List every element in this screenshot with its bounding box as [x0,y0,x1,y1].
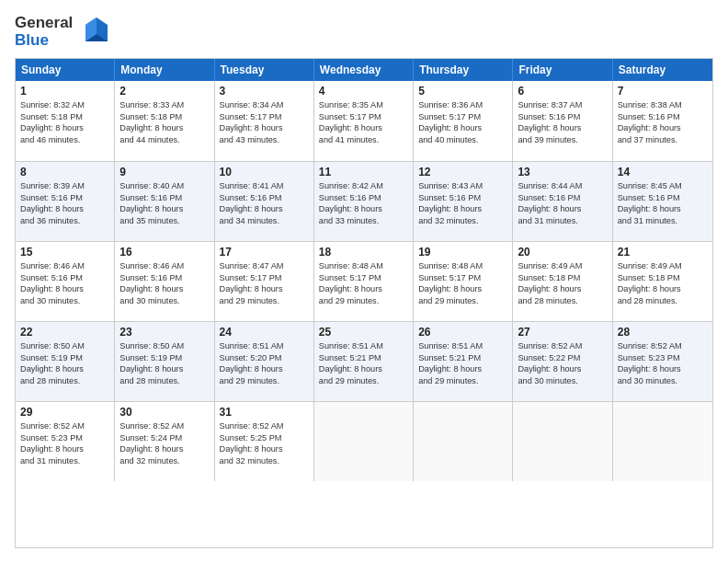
day-number: 25 [319,326,408,339]
day-number: 19 [418,246,507,259]
day-number: 24 [220,326,309,339]
sunset: Sunset: 5:18 PM [518,272,607,283]
calendar-week-3: 15Sunrise: 8:46 AMSunset: 5:16 PMDayligh… [16,241,712,321]
calendar-day-26: 26Sunrise: 8:51 AMSunset: 5:21 PMDayligh… [414,322,513,401]
logo-icon [78,16,108,45]
calendar-day-11: 11Sunrise: 8:42 AMSunset: 5:16 PMDayligh… [314,162,414,241]
sunset: Sunset: 5:17 PM [220,272,309,283]
calendar-day-8: 8Sunrise: 8:39 AMSunset: 5:16 PMDaylight… [16,162,115,241]
daylight-hours: Daylight: 8 hours [618,203,708,214]
daylight-minutes: and 31 minutes. [518,215,607,226]
logo: General Blue [15,15,108,49]
daylight-minutes: and 30 minutes. [119,295,209,306]
sunset: Sunset: 5:16 PM [518,111,607,122]
day-number: 2 [119,85,209,98]
daylight-hours: Daylight: 8 hours [319,363,408,374]
daylight-minutes: and 33 minutes. [319,215,408,226]
sunset: Sunset: 5:18 PM [618,272,708,283]
sunrise: Sunrise: 8:44 AM [518,180,607,191]
sunrise: Sunrise: 8:51 AM [319,340,408,351]
daylight-minutes: and 28 minutes. [518,295,607,306]
daylight-hours: Daylight: 8 hours [119,443,209,454]
day-number: 16 [119,246,209,259]
sunset: Sunset: 5:23 PM [20,432,109,443]
sunrise: Sunrise: 8:45 AM [618,180,708,191]
sunrise: Sunrise: 8:38 AM [618,99,708,110]
day-number: 7 [618,85,708,98]
daylight-minutes: and 39 minutes. [518,134,607,145]
sunrise: Sunrise: 8:32 AM [20,99,109,110]
daylight-minutes: and 46 minutes. [20,134,109,145]
sunset: Sunset: 5:24 PM [119,432,209,443]
day-number: 20 [518,246,607,259]
sunrise: Sunrise: 8:36 AM [418,99,507,110]
calendar-day-18: 18Sunrise: 8:48 AMSunset: 5:17 PMDayligh… [314,242,414,321]
daylight-minutes: and 37 minutes. [618,134,708,145]
sunrise: Sunrise: 8:43 AM [418,180,507,191]
daylight-minutes: and 28 minutes. [119,375,209,386]
day-number: 17 [220,246,309,259]
sunrise: Sunrise: 8:34 AM [220,99,309,110]
page: General Blue SundayMond [0,0,728,563]
day-number: 1 [20,85,109,98]
calendar-day-13: 13Sunrise: 8:44 AMSunset: 5:16 PMDayligh… [513,162,612,241]
calendar-day-19: 19Sunrise: 8:48 AMSunset: 5:17 PMDayligh… [414,242,513,321]
daylight-minutes: and 35 minutes. [119,215,209,226]
calendar-day-1: 1Sunrise: 8:32 AMSunset: 5:18 PMDaylight… [16,81,115,161]
daylight-minutes: and 30 minutes. [518,375,607,386]
daylight-minutes: and 29 minutes. [319,375,408,386]
calendar-day-9: 9Sunrise: 8:40 AMSunset: 5:16 PMDaylight… [115,162,214,241]
day-number: 30 [119,406,209,419]
calendar-day-7: 7Sunrise: 8:38 AMSunset: 5:16 PMDaylight… [613,81,712,161]
day-number: 28 [618,326,708,339]
calendar-day-20: 20Sunrise: 8:49 AMSunset: 5:18 PMDayligh… [513,242,612,321]
sunset: Sunset: 5:17 PM [319,272,408,283]
calendar-day-21: 21Sunrise: 8:49 AMSunset: 5:18 PMDayligh… [613,242,712,321]
daylight-minutes: and 34 minutes. [220,215,309,226]
sunrise: Sunrise: 8:46 AM [20,260,109,271]
header-day-monday: Monday [115,59,214,81]
sunset: Sunset: 5:16 PM [119,272,209,283]
sunset: Sunset: 5:18 PM [20,111,109,122]
daylight-hours: Daylight: 8 hours [319,122,408,133]
sunrise: Sunrise: 8:49 AM [518,260,607,271]
daylight-hours: Daylight: 8 hours [518,203,607,214]
calendar-day-14: 14Sunrise: 8:45 AMSunset: 5:16 PMDayligh… [613,162,712,241]
daylight-minutes: and 41 minutes. [319,134,408,145]
day-number: 11 [319,166,408,178]
calendar-day-empty [613,402,712,481]
header-day-thursday: Thursday [414,59,513,81]
daylight-hours: Daylight: 8 hours [618,122,708,133]
sunset: Sunset: 5:21 PM [319,352,408,363]
daylight-minutes: and 32 minutes. [418,215,507,226]
sunrise: Sunrise: 8:46 AM [119,260,209,271]
calendar-day-25: 25Sunrise: 8:51 AMSunset: 5:21 PMDayligh… [314,322,414,401]
day-number: 12 [418,166,507,178]
calendar-week-5: 29Sunrise: 8:52 AMSunset: 5:23 PMDayligh… [16,401,712,481]
calendar-day-4: 4Sunrise: 8:35 AMSunset: 5:17 PMDaylight… [314,81,414,161]
daylight-minutes: and 29 minutes. [220,295,309,306]
sunset: Sunset: 5:22 PM [518,352,607,363]
daylight-hours: Daylight: 8 hours [20,122,109,133]
day-number: 29 [20,406,109,419]
calendar-day-empty [314,402,414,481]
calendar-day-29: 29Sunrise: 8:52 AMSunset: 5:23 PMDayligh… [16,402,115,481]
calendar-day-empty [414,402,513,481]
daylight-hours: Daylight: 8 hours [618,363,708,374]
daylight-hours: Daylight: 8 hours [418,203,507,214]
daylight-minutes: and 43 minutes. [220,134,309,145]
daylight-minutes: and 40 minutes. [418,134,507,145]
sunrise: Sunrise: 8:52 AM [618,340,708,351]
sunrise: Sunrise: 8:51 AM [418,340,507,351]
calendar-day-27: 27Sunrise: 8:52 AMSunset: 5:22 PMDayligh… [513,322,612,401]
daylight-hours: Daylight: 8 hours [319,203,408,214]
daylight-hours: Daylight: 8 hours [119,283,209,294]
sunrise: Sunrise: 8:50 AM [20,340,109,351]
sunrise: Sunrise: 8:35 AM [319,99,408,110]
day-number: 18 [319,246,408,259]
day-number: 13 [518,166,607,178]
sunset: Sunset: 5:19 PM [20,352,109,363]
sunset: Sunset: 5:16 PM [319,192,408,203]
daylight-minutes: and 29 minutes. [418,295,507,306]
daylight-minutes: and 36 minutes. [20,215,109,226]
